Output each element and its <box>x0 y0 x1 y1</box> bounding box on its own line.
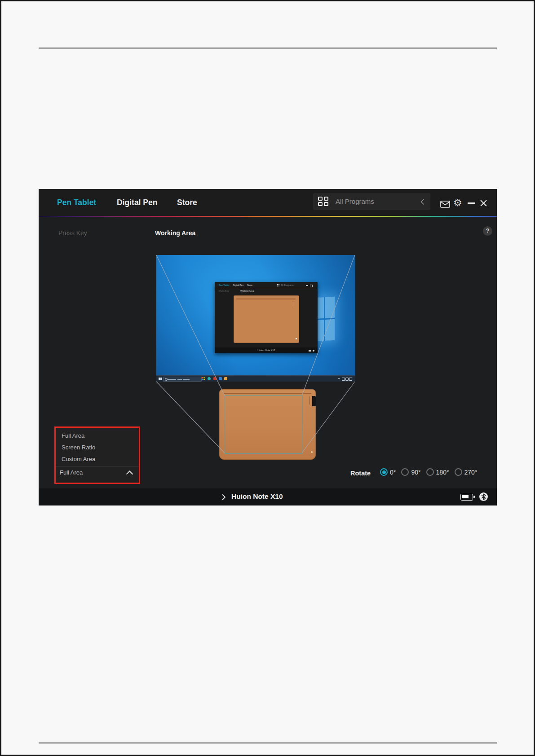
radio-icon[interactable] <box>455 468 462 476</box>
sidebar-item-press-key[interactable]: Press Key <box>58 229 87 237</box>
page-title-working-area: Working Area <box>155 229 195 237</box>
dropdown-option-full-area[interactable]: Full Area <box>56 430 139 442</box>
tablet-side-button <box>312 396 316 406</box>
mini-driver-window: Pen Tablet Digital Pen Store All Program… <box>215 282 318 353</box>
bluetooth-icon <box>479 492 488 501</box>
huion-driver-window: Pen Tablet Digital Pen Store All Program… <box>39 189 497 505</box>
chevron-right-icon[interactable] <box>221 494 226 501</box>
rotate-options: 0° 90° 180° 270° <box>380 468 483 476</box>
tray-separator <box>353 377 353 380</box>
dropdown-option-screen-ratio[interactable]: Screen Ratio <box>56 442 139 453</box>
taskbar-app-icon <box>202 377 205 380</box>
screen-preview: Pen Tablet Digital Pen Store All Program… <box>156 255 355 382</box>
rotate-option-0[interactable]: 0° <box>380 468 396 476</box>
mini-grid-icon <box>277 284 279 286</box>
mini-pen-dot <box>296 338 297 339</box>
grid-icon <box>318 197 328 206</box>
rotate-option-180[interactable]: 180° <box>426 468 449 476</box>
tab-digital-pen[interactable]: Digital Pen <box>117 189 157 216</box>
mini-bluetooth-icon <box>313 350 315 352</box>
mini-footer-bar: Huion Note X10 <box>215 347 318 353</box>
mini-tab-pen-tablet: Pen Tablet <box>219 284 230 286</box>
gear-icon[interactable]: ⚙ <box>453 198 462 208</box>
all-programs-label: All Programs <box>336 193 374 210</box>
taskbar-app-icon <box>213 377 217 380</box>
bottom-rule <box>39 743 497 743</box>
tablet-preview <box>219 389 316 460</box>
rainbow-divider <box>39 216 497 217</box>
start-button-icon <box>159 378 162 381</box>
radio-icon[interactable] <box>426 468 434 476</box>
tab-pen-tablet[interactable]: Pen Tablet <box>57 189 96 216</box>
device-bar: Huion Note X10 <box>39 488 497 505</box>
mini-all-programs-label: All Programs <box>281 284 294 286</box>
all-programs-select[interactable]: All Programs <box>313 193 430 210</box>
mini-tab-store: Store <box>247 284 252 286</box>
tablet-groove <box>223 393 311 394</box>
document-page: Pen Tablet Digital Pen Store All Program… <box>0 0 535 756</box>
taskbar-app-icon <box>224 377 227 380</box>
minimize-icon[interactable] <box>468 202 475 204</box>
mini-tablet-dock <box>294 301 294 308</box>
taskbar-app-icon <box>208 377 211 380</box>
chevron-left-icon[interactable] <box>420 198 424 205</box>
mini-minimize-icon <box>306 285 308 286</box>
tablet-active-area <box>225 396 303 454</box>
tablet-dock-line <box>310 396 310 404</box>
close-icon[interactable] <box>480 199 487 207</box>
mini-press-key-label: Press Key <box>219 290 229 292</box>
device-name[interactable]: Huion Note X10 <box>231 492 283 501</box>
help-icon[interactable]: ? <box>483 226 492 236</box>
rotate-label: Rotate <box>350 470 371 477</box>
rotate-option-90[interactable]: 90° <box>401 468 420 476</box>
mini-close-icon <box>310 285 313 287</box>
tablet-pen-dot <box>311 451 313 453</box>
mini-tablet-area <box>234 295 299 343</box>
taskbar-app-icon <box>219 377 222 380</box>
radio-selected-icon[interactable] <box>380 468 388 476</box>
mini-tablet-groove <box>236 299 296 299</box>
mini-rainbow-divider <box>215 288 318 288</box>
area-dropdown-highlight: Full Area Screen Ratio Custom Area Full … <box>54 426 140 484</box>
taskbar-search <box>163 377 202 382</box>
dropdown-selected-value[interactable]: Full Area <box>56 466 139 479</box>
top-nav-bar: Pen Tablet Digital Pen Store All Program… <box>39 189 497 217</box>
mini-battery-icon <box>309 350 311 352</box>
chevron-up-icon[interactable] <box>126 470 133 475</box>
battery-icon <box>460 494 473 501</box>
area-dropdown: Full Area Screen Ratio Custom Area Full … <box>56 428 139 483</box>
mini-working-area-label: Working Area <box>240 290 254 292</box>
tab-store[interactable]: Store <box>177 189 197 216</box>
mini-device-name: Huion Note X10 <box>242 349 291 352</box>
tablet-dock-line <box>311 396 311 404</box>
dropdown-option-custom-area[interactable]: Custom Area <box>56 453 139 465</box>
rotate-option-270[interactable]: 270° <box>455 468 478 476</box>
radio-icon[interactable] <box>401 468 409 476</box>
tray-chevron-up-icon <box>337 378 340 380</box>
top-rule <box>39 48 497 48</box>
mail-icon[interactable] <box>440 201 450 208</box>
taskbar <box>156 375 355 382</box>
mini-tab-digital-pen: Digital Pen <box>233 284 243 286</box>
